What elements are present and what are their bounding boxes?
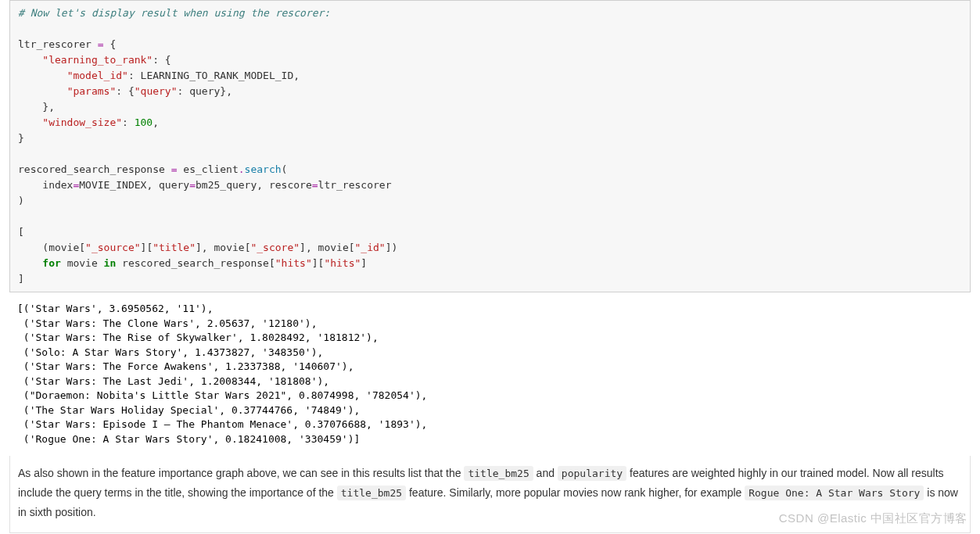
- markdown-cell: As also shown in the feature importance …: [9, 456, 971, 533]
- code-line: ltr_rescorer = {: [18, 38, 116, 50]
- code-comment: # Now let's display result when using th…: [18, 7, 330, 19]
- output-line: ('Star Wars: The Force Awakens', 1.23373…: [17, 360, 354, 372]
- output-line: ('Star Wars: The Rise of Skywalker', 1.8…: [17, 332, 379, 343]
- output-line: ('Solo: A Star Wars Story', 1.4373827, '…: [17, 346, 323, 358]
- md-text: As also shown in the feature importance …: [18, 467, 464, 479]
- output-cell: [('Star Wars', 3.6950562, '11'), ('Star …: [9, 297, 971, 451]
- md-code: title_bm25: [464, 466, 533, 481]
- md-text: and: [533, 467, 558, 479]
- md-code: title_bm25: [337, 486, 406, 500]
- md-code: popularity: [558, 466, 626, 481]
- output-line: [('Star Wars', 3.6950562, '11'),: [17, 303, 213, 314]
- output-line: ('Star Wars: The Clone Wars', 2.05637, '…: [17, 317, 318, 329]
- output-line: ('Rogue One: A Star Wars Story', 0.18241…: [17, 433, 360, 445]
- code-cell-input[interactable]: # Now let's display result when using th…: [9, 0, 971, 292]
- md-code: Rogue One: A Star Wars Story: [745, 486, 924, 500]
- output-line: ('Star Wars: Episode I – The Phantom Men…: [17, 418, 427, 430]
- md-text: feature. Similarly, more popular movies …: [406, 486, 745, 499]
- output-line: ("Doraemon: Nobita's Little Star Wars 20…: [17, 389, 427, 401]
- output-line: ('Star Wars: The Last Jedi', 1.2008344, …: [17, 375, 329, 387]
- output-line: ('The Star Wars Holiday Special', 0.3774…: [17, 404, 360, 416]
